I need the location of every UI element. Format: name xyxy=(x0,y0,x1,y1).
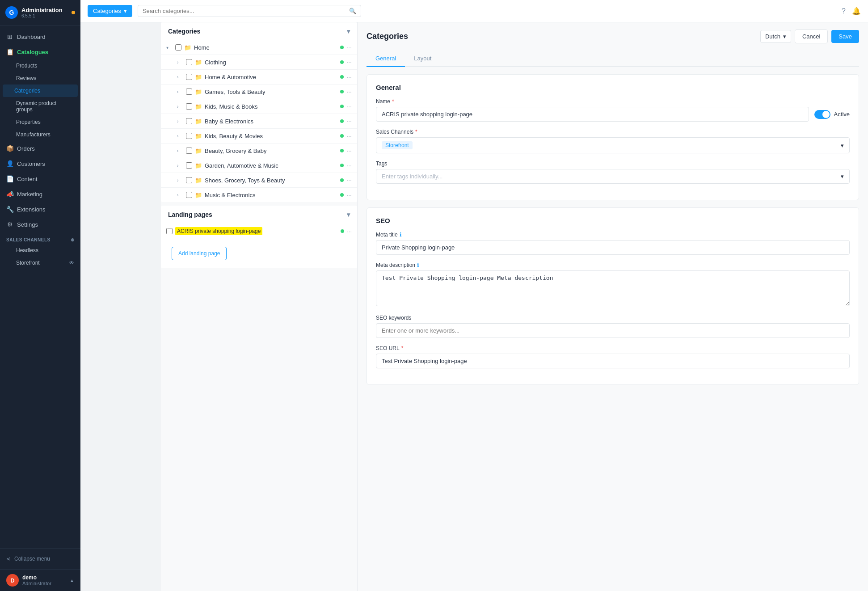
sales-channels-select[interactable]: Storefront ▾ xyxy=(376,137,850,153)
more-options-button[interactable]: ··· xyxy=(346,59,352,66)
tags-select[interactable]: Enter tags individually... ▾ xyxy=(376,169,850,184)
language-selector[interactable]: Dutch ▾ xyxy=(760,30,791,43)
more-options-button[interactable]: ··· xyxy=(346,88,352,95)
tab-general[interactable]: General xyxy=(367,51,405,67)
user-menu[interactable]: D demo Administrator ▲ xyxy=(0,569,80,591)
notification-icon[interactable]: 🔔 xyxy=(852,7,861,15)
sidebar-item-products[interactable]: Products xyxy=(0,59,80,72)
category-checkbox-clothing[interactable] xyxy=(186,59,192,65)
sidebar-item-dynamic-product-groups[interactable]: Dynamic product groups xyxy=(0,97,80,116)
more-options-button[interactable]: ··· xyxy=(346,132,352,139)
more-options-button[interactable]: ··· xyxy=(346,191,352,198)
meta-desc-textarea[interactable]: Test Private Shopping login-page Meta de… xyxy=(376,270,850,306)
landing-page-checkbox[interactable] xyxy=(166,228,173,234)
expand-icon[interactable]: › xyxy=(177,163,183,168)
save-button[interactable]: Save xyxy=(831,30,859,43)
name-field-group: Name * Active xyxy=(376,98,850,122)
folder-icon: 📁 xyxy=(184,44,191,51)
more-options-button[interactable]: ··· xyxy=(346,103,352,110)
category-checkbox-home[interactable] xyxy=(175,44,181,51)
app-version: 6.5.5.1 xyxy=(21,13,63,18)
sidebar-item-content[interactable]: 📄 Content xyxy=(0,171,80,186)
sidebar-item-customers[interactable]: 👤 Customers xyxy=(0,156,80,171)
category-checkbox[interactable] xyxy=(186,118,192,124)
expand-icon[interactable]: › xyxy=(177,178,183,183)
sidebar-item-manufacturers[interactable]: Manufacturers xyxy=(0,128,80,141)
sidebar-item-marketing[interactable]: 📣 Marketing xyxy=(0,186,80,202)
sidebar-item-storefront[interactable]: Storefront 👁 xyxy=(0,257,80,269)
expand-icon[interactable]: › xyxy=(177,193,183,198)
info-icon[interactable]: ℹ xyxy=(417,262,419,268)
categories-dropdown-button[interactable]: Categories ▾ xyxy=(88,5,132,17)
app-info: Administration 6.5.5.1 xyxy=(21,7,63,19)
expand-icon[interactable]: › xyxy=(177,104,183,109)
sidebar-item-orders[interactable]: 📦 Orders xyxy=(0,141,80,156)
expand-icon[interactable]: › xyxy=(177,134,183,139)
expand-icon[interactable]: › xyxy=(177,148,183,153)
name-input[interactable] xyxy=(376,107,809,122)
seo-url-input[interactable] xyxy=(376,354,850,368)
active-toggle[interactable] xyxy=(814,110,830,119)
search-input[interactable] xyxy=(143,8,349,14)
category-checkbox[interactable] xyxy=(186,162,192,169)
landing-page-name[interactable]: ACRIS private shopping login-page xyxy=(175,227,262,235)
more-options-button[interactable]: ··· xyxy=(346,147,352,154)
collapse-icon: ⊲ xyxy=(6,556,11,562)
landing-pages-section: Landing pages ▾ ACRIS private shopping l… xyxy=(161,206,357,268)
sidebar-item-catalogues[interactable]: 📋 Catalogues xyxy=(0,44,80,59)
sidebar-item-headless[interactable]: Headless xyxy=(0,244,80,257)
sidebar-item-properties[interactable]: Properties xyxy=(0,116,80,128)
more-options-button[interactable]: ··· xyxy=(346,177,352,184)
category-checkbox[interactable] xyxy=(186,103,192,110)
seo-keywords-group: SEO keywords xyxy=(376,315,850,338)
landing-pages-header[interactable]: Landing pages ▾ xyxy=(161,206,357,224)
expand-icon[interactable]: ▾ xyxy=(166,45,173,50)
chevron-down-icon: ▾ xyxy=(841,142,844,149)
sidebar-item-reviews[interactable]: Reviews xyxy=(0,72,80,84)
sidebar-item-label: Customers xyxy=(17,160,45,167)
sales-channels-field-group: Sales Channels * Storefront ▾ xyxy=(376,129,850,153)
category-checkbox[interactable] xyxy=(186,89,192,95)
chevron-down-icon: ▾ xyxy=(783,33,786,40)
status-dot xyxy=(340,149,344,152)
sidebar-item-label: Marketing xyxy=(17,191,42,198)
add-sales-channel-icon[interactable]: ⊕ xyxy=(71,237,75,242)
more-options-button[interactable]: ··· xyxy=(347,228,352,235)
add-landing-page-button[interactable]: Add landing page xyxy=(172,247,227,260)
cancel-button[interactable]: Cancel xyxy=(795,30,828,43)
sidebar-item-extensions[interactable]: 🔧 Extensions xyxy=(0,202,80,217)
category-checkbox[interactable] xyxy=(186,177,192,183)
more-options-button[interactable]: ··· xyxy=(346,73,352,80)
seo-url-group: SEO URL * xyxy=(376,345,850,368)
expand-icon[interactable]: › xyxy=(177,119,183,124)
collapse-menu-button[interactable]: ⊲ Collapse menu xyxy=(6,553,74,565)
sidebar-footer: ⊲ Collapse menu xyxy=(0,548,80,569)
required-indicator: * xyxy=(401,345,404,351)
category-name: Kids, Music & Books xyxy=(205,103,337,110)
category-checkbox[interactable] xyxy=(186,133,192,139)
meta-title-input[interactable] xyxy=(376,240,850,255)
more-options-button[interactable]: ··· xyxy=(346,118,352,125)
sidebar-item-settings[interactable]: ⚙ Settings xyxy=(0,217,80,232)
help-icon[interactable]: ? xyxy=(842,7,846,15)
general-card: General Name * Active Sales Channels xyxy=(367,74,859,200)
seo-keywords-input[interactable] xyxy=(376,323,850,338)
expand-icon[interactable]: › xyxy=(177,75,183,80)
sidebar-nav: ⊞ Dashboard 📋 Catalogues Products Review… xyxy=(0,25,80,548)
category-checkbox[interactable] xyxy=(186,74,192,80)
categories-section-header[interactable]: Categories ▾ xyxy=(161,22,357,40)
info-icon[interactable]: ℹ xyxy=(400,232,402,238)
expand-icon[interactable]: › xyxy=(177,60,183,65)
sidebar-item-dashboard[interactable]: ⊞ Dashboard xyxy=(0,29,80,44)
more-options-button[interactable]: ··· xyxy=(346,162,352,169)
category-checkbox[interactable] xyxy=(186,148,192,154)
sidebar-item-categories[interactable]: Categories xyxy=(3,84,78,97)
tab-layout[interactable]: Layout xyxy=(405,51,440,67)
category-checkbox[interactable] xyxy=(186,192,192,198)
more-options-button-home[interactable]: ··· xyxy=(346,44,352,51)
right-panel: Categories Dutch ▾ Cancel Save General L… xyxy=(358,22,868,591)
name-label: Name * xyxy=(376,98,850,105)
app-logo: G xyxy=(5,6,18,19)
eye-icon[interactable]: 👁 xyxy=(69,260,74,266)
expand-icon[interactable]: › xyxy=(177,89,183,94)
